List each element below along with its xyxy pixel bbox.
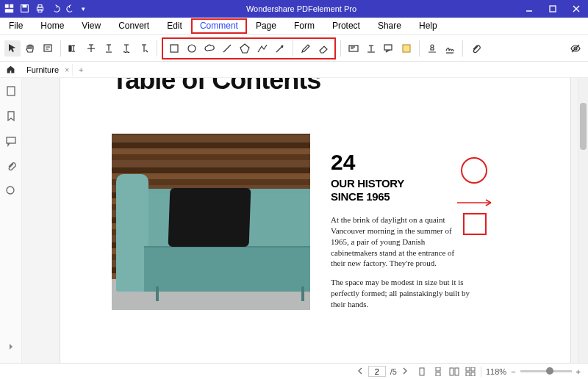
- line-tool-icon[interactable]: [219, 40, 235, 57]
- menu-view[interactable]: View: [73, 18, 110, 34]
- zoom-slider[interactable]: [520, 370, 572, 372]
- app-logo-icon: [4, 4, 14, 15]
- comment-toolbar: [0, 35, 588, 62]
- single-page-view-icon[interactable]: [416, 367, 428, 377]
- typewriter-tool-icon[interactable]: [363, 40, 379, 57]
- page-number-input[interactable]: [368, 366, 386, 377]
- svg-rect-7: [38, 10, 42, 12]
- callout-tool-icon[interactable]: [381, 40, 397, 57]
- signature-tool-icon[interactable]: [442, 40, 458, 57]
- svg-point-41: [431, 45, 434, 48]
- print-icon[interactable]: [35, 4, 45, 15]
- tab-add-button[interactable]: +: [73, 65, 89, 74]
- two-page-view-icon[interactable]: [448, 367, 460, 377]
- save-icon[interactable]: [20, 4, 29, 15]
- menu-protect[interactable]: Protect: [323, 18, 369, 34]
- select-tool-icon[interactable]: [4, 40, 21, 57]
- stamp-tool-icon[interactable]: [424, 40, 440, 57]
- svg-line-30: [223, 45, 231, 52]
- attachments-panel-icon[interactable]: [5, 160, 17, 175]
- separator: [419, 40, 420, 57]
- menu-file[interactable]: File: [0, 18, 32, 34]
- body-paragraph-2: The space may be modest in size but it i…: [331, 277, 470, 310]
- svg-rect-55: [471, 367, 475, 371]
- menu-form[interactable]: Form: [285, 18, 323, 34]
- menu-page[interactable]: Page: [247, 18, 285, 34]
- two-page-continuous-icon[interactable]: [465, 367, 476, 377]
- zoom-out-button[interactable]: −: [511, 367, 515, 376]
- squiggly-tool-icon[interactable]: [118, 40, 135, 57]
- svg-rect-6: [38, 4, 42, 7]
- close-button[interactable]: [564, 0, 588, 18]
- menu-edit[interactable]: Edit: [158, 18, 191, 34]
- vertical-scrollbar[interactable]: [578, 78, 588, 363]
- title-bar: ▾ Wondershare PDFelement Pro: [0, 0, 588, 18]
- section-title-line2: SINCE 1965: [331, 190, 390, 203]
- svg-point-47: [7, 187, 14, 194]
- prev-page-icon[interactable]: [356, 367, 364, 376]
- menu-comment[interactable]: Comment: [191, 18, 247, 34]
- svg-rect-52: [450, 368, 453, 375]
- hide-annotations-icon[interactable]: [567, 40, 584, 57]
- annotation-circle[interactable]: [461, 157, 487, 184]
- separator: [462, 40, 463, 57]
- strikethrough-tool-icon[interactable]: [83, 40, 99, 57]
- pencil-tool-icon[interactable]: [298, 40, 314, 57]
- page-heading: Table of Contents: [112, 78, 320, 95]
- annotation-arrow[interactable]: [456, 197, 497, 209]
- body-paragraph-1: At the brink of daylight on a quaint Van…: [331, 214, 470, 269]
- tab-furniture[interactable]: Furniture ×: [21, 64, 73, 76]
- svg-rect-45: [7, 87, 15, 95]
- highlight-tool-icon[interactable]: [65, 40, 82, 57]
- status-bar: /5 118% − +: [0, 363, 588, 379]
- menu-help[interactable]: Help: [410, 18, 446, 34]
- home-tab-icon[interactable]: [0, 65, 21, 74]
- underline-tool-icon[interactable]: [101, 40, 117, 57]
- area-highlight-icon[interactable]: [398, 40, 415, 57]
- section-title-line1: OUR HISTORY: [331, 177, 404, 190]
- section-number: 24: [331, 150, 355, 175]
- caret-tool-icon[interactable]: [136, 40, 152, 57]
- attachment-tool-icon[interactable]: [467, 40, 484, 57]
- continuous-view-icon[interactable]: [432, 367, 444, 377]
- tab-close-icon[interactable]: ×: [65, 66, 69, 74]
- thumbnails-icon[interactable]: [5, 85, 17, 100]
- svg-rect-40: [403, 45, 410, 52]
- menu-convert[interactable]: Convert: [110, 18, 158, 34]
- separator: [157, 40, 157, 57]
- bookmarks-icon[interactable]: [5, 110, 17, 125]
- zoom-in-button[interactable]: +: [576, 367, 581, 376]
- polyline-tool-icon[interactable]: [254, 40, 270, 57]
- svg-rect-0: [5, 4, 9, 7]
- note-tool-icon[interactable]: [40, 40, 56, 57]
- minimize-button[interactable]: [517, 0, 541, 18]
- textbox-tool-icon[interactable]: [345, 40, 362, 57]
- panel-expand-icon[interactable]: [5, 341, 17, 355]
- menu-home[interactable]: Home: [32, 18, 73, 34]
- eraser-tool-icon[interactable]: [315, 40, 331, 57]
- zoom-level: 118%: [486, 367, 506, 376]
- cloud-tool-icon[interactable]: [201, 40, 218, 57]
- circle-tool-icon[interactable]: [184, 40, 200, 57]
- next-page-icon[interactable]: [401, 367, 409, 376]
- hand-tool-icon[interactable]: [22, 40, 38, 57]
- document-canvas[interactable]: Table of Contents 24 OUR HISTORY SINCE 1…: [22, 78, 588, 363]
- work-area: Table of Contents 24 OUR HISTORY SINCE 1…: [0, 78, 588, 363]
- search-panel-icon[interactable]: [5, 185, 17, 200]
- comments-panel-icon[interactable]: [5, 135, 17, 150]
- shapes-group-highlighted: [162, 37, 336, 59]
- menu-bar: File Home View Convert Edit Comment Page…: [0, 18, 588, 35]
- menu-share[interactable]: Share: [369, 18, 410, 34]
- rectangle-tool-icon[interactable]: [166, 40, 182, 57]
- svg-rect-56: [466, 372, 470, 376]
- svg-rect-28: [171, 45, 178, 52]
- polygon-tool-icon[interactable]: [237, 40, 253, 57]
- page-total: /5: [390, 367, 397, 376]
- maximize-button[interactable]: [541, 0, 564, 18]
- undo-icon[interactable]: [51, 4, 60, 15]
- scrollbar-thumb[interactable]: [580, 103, 587, 150]
- svg-rect-9: [550, 6, 556, 12]
- annotation-rectangle[interactable]: [463, 213, 487, 235]
- arrow-tool-icon[interactable]: [272, 40, 288, 57]
- redo-icon[interactable]: [66, 4, 76, 15]
